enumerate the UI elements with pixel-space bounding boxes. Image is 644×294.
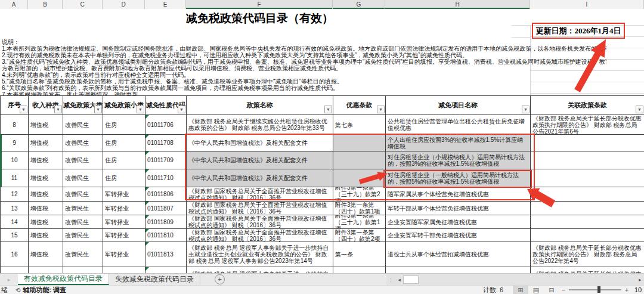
cell-major[interactable]: 改善民生: [63, 169, 103, 187]
add-sheet-button[interactable]: +: [215, 274, 225, 284]
cell-related[interactable]: 《财政部 税务总局关于延长部分税收优惠政策执行期限的公告》 财政部 税务总局公告…: [531, 267, 644, 273]
cell-minor[interactable]: 住房: [103, 151, 145, 169]
cell-related[interactable]: [531, 169, 644, 187]
column-header-a[interactable]: A: [0, 0, 28, 9]
cell-policy[interactable]: 《中华人民共和国增值税法》及相关配套文件: [187, 169, 333, 187]
cell-seq[interactable]: 16: [1, 242, 29, 267]
header-clause[interactable]: 优惠条款▼: [333, 96, 386, 115]
cell-seq[interactable]: 13: [1, 202, 29, 215]
cell-seq[interactable]: 9: [1, 135, 29, 151]
column-header-g[interactable]: G: [333, 0, 385, 9]
filter-button[interactable]: ▼: [178, 106, 185, 113]
column-header-d[interactable]: D: [103, 0, 145, 9]
cell-income[interactable]: 增值税: [29, 187, 63, 202]
cell-income[interactable]: 增值税: [29, 115, 63, 135]
cell-code[interactable]: 01011810: [145, 229, 187, 242]
cell-item[interactable]: 对住房租赁企业（一般纳税人）适用简易计税方法的，按照5%的征收率减按1.5%征收…: [386, 169, 531, 187]
filter-button[interactable]: ▼: [324, 106, 332, 113]
horizontal-scrollbar[interactable]: ⋮ ◂ ▸: [386, 274, 644, 285]
cell-major[interactable]: 改善民生: [63, 115, 103, 135]
cell-minor[interactable]: 军转择业: [103, 202, 145, 215]
cell-seq[interactable]: 11: [1, 169, 29, 187]
cell-code[interactable]: 01011809: [145, 215, 187, 229]
filter-button[interactable]: ▼: [20, 106, 27, 113]
cell-seq[interactable]: 8: [1, 115, 29, 135]
cell-income[interactable]: 增值税: [29, 242, 63, 267]
cell-minor[interactable]: 军转择业: [103, 215, 145, 229]
filter-button[interactable]: ▼: [137, 106, 144, 113]
scrollbar-splitter-icon[interactable]: ⋮: [386, 277, 395, 283]
header-related[interactable]: 关联政策条款▼: [531, 96, 644, 115]
cell-clause[interactable]: [333, 135, 386, 151]
sheet-tab-inactive[interactable]: 失效减免税政策代码目录: [109, 274, 200, 285]
cell-item[interactable]: 对住房租赁企业（小规模纳税人）适用简易计税方法的，按照3%的征收率减按1.5%征…: [386, 151, 531, 169]
cell-seq[interactable]: 15: [1, 229, 29, 242]
cell-minor[interactable]: 住房: [103, 135, 145, 151]
cell-code[interactable]: 01011709: [145, 151, 187, 169]
header-minor[interactable]: 减免政策小类▼: [103, 96, 145, 115]
cell-item[interactable]: 退役士兵从事个体经营扣减增值税优惠: [386, 242, 531, 267]
cell-item[interactable]: 随军家属从事个体经营免征增值税优惠: [386, 187, 531, 202]
column-header-c[interactable]: C: [63, 0, 103, 9]
cell-policy[interactable]: 《财政部 税务总局 退役军人事务部关于进一步扶持自主就业退役士兵创业就业有关税收…: [187, 242, 333, 267]
cell-policy[interactable]: 《财政部 国家税务总局关于全面推开营业税改征增值税试点的通知》 财税〔2016〕…: [187, 202, 333, 215]
cell-major[interactable]: 改善民生: [63, 135, 103, 151]
column-header-f[interactable]: F: [186, 0, 333, 9]
cell-item[interactable]: 企业安置随军家属免征增值税优惠: [386, 215, 531, 229]
cell-clause[interactable]: 第一条: [333, 242, 386, 267]
cell-minor[interactable]: 军转择业: [103, 187, 145, 202]
cell-item[interactable]: 企业安置军转干部免征增值税优惠: [386, 229, 531, 242]
view-page-layout-button[interactable]: ▤: [528, 286, 544, 294]
cell-income[interactable]: 增值税: [29, 267, 63, 273]
cell-major[interactable]: 改善民生: [63, 202, 103, 215]
cell-seq[interactable]: 14: [1, 215, 29, 229]
column-header-i[interactable]: I: [530, 0, 644, 9]
zoom-in-button[interactable]: +: [623, 286, 631, 293]
cell-seq[interactable]: 10: [1, 151, 29, 169]
cell-policy[interactable]: 《中华人民共和国增值税法》及相关配套文件: [187, 151, 333, 169]
cell-item[interactable]: 个人出租住房应按照3%的征收率减按1.5%计算应纳增值税: [386, 135, 531, 151]
zoom-slider[interactable]: [569, 289, 621, 290]
filter-button[interactable]: ▼: [636, 106, 643, 113]
cell-income[interactable]: 增值税: [29, 135, 63, 151]
cell-item[interactable]: 军转干部从事个体经营免征增值税优惠: [386, 202, 531, 215]
header-policy[interactable]: 政策名称▼: [187, 96, 333, 115]
cell-policy[interactable]: 《财政部 税务总局 退役军人事务部关于进一步扶持自主就业退役士兵创业就业有关税收…: [187, 267, 333, 273]
cell-minor[interactable]: 军转择业: [103, 267, 145, 273]
zoom-slider-thumb[interactable]: [597, 286, 600, 293]
header-item[interactable]: 减免项目名称▼: [386, 96, 531, 115]
cell-policy-active[interactable]: 《中华人民共和国增值税法》及相关配套文件: [187, 135, 333, 151]
cell-related[interactable]: [531, 229, 644, 242]
zoom-out-button[interactable]: −: [559, 286, 568, 293]
cell-clause[interactable]: 附件3第一条第（四十）款第1项: [333, 202, 386, 215]
cell-major[interactable]: 改善民生: [63, 151, 103, 169]
cell-related[interactable]: 《财政部 税务总局关于延长部分税收优惠政策执行期限的公告》 财政部 税务总局公告…: [531, 115, 644, 135]
filter-button[interactable]: ▼: [54, 106, 62, 113]
header-income[interactable]: 收入种类▼: [29, 96, 63, 115]
column-header-b[interactable]: B: [28, 0, 63, 9]
cell-item[interactable]: 企业招用退役士兵扣减增值税优惠: [386, 267, 531, 273]
cell-clause[interactable]: 附件3第一条第（三十九）款第1项: [333, 215, 386, 229]
update-date-cell[interactable]: 更新日期：2026年1月4日: [532, 23, 625, 39]
scroll-right-button[interactable]: ▸: [636, 275, 644, 284]
cell-related[interactable]: [531, 151, 644, 169]
header-code[interactable]: 减免性质代码▼: [145, 96, 187, 115]
cell-code[interactable]: 01011813: [145, 242, 187, 267]
cell-clause[interactable]: 附件3第一条第（三十九）款第2项: [333, 187, 386, 202]
sheet-tab-active[interactable]: 有效减免税政策代码目录: [18, 274, 109, 285]
cell-income[interactable]: 增值税: [29, 215, 63, 229]
cell-policy[interactable]: 《财政部 税务总局关于继续实施公共租赁住房税收优惠政策的公告》 财政部 税务总局…: [187, 115, 333, 135]
cell-item[interactable]: 公共租赁住房经营管理单位出租公共租赁住房免征增值税优惠: [386, 115, 531, 135]
view-normal-button[interactable]: ⊞: [513, 286, 528, 294]
filter-button[interactable]: ▼: [377, 106, 385, 113]
cell-major[interactable]: 改善民生: [63, 267, 103, 273]
cell-code[interactable]: 01011807: [145, 202, 187, 215]
tab-nav-next-icon[interactable]: ▸: [0, 274, 18, 285]
filter-button[interactable]: ▼: [94, 106, 102, 113]
column-header-h[interactable]: H: [385, 0, 530, 9]
filter-button[interactable]: ▼: [522, 106, 530, 113]
cell-related[interactable]: [531, 187, 644, 202]
scroll-left-button[interactable]: ◂: [395, 275, 403, 284]
cell-income[interactable]: 增值税: [29, 202, 63, 215]
header-major[interactable]: 减免政策大类▼: [63, 96, 103, 115]
